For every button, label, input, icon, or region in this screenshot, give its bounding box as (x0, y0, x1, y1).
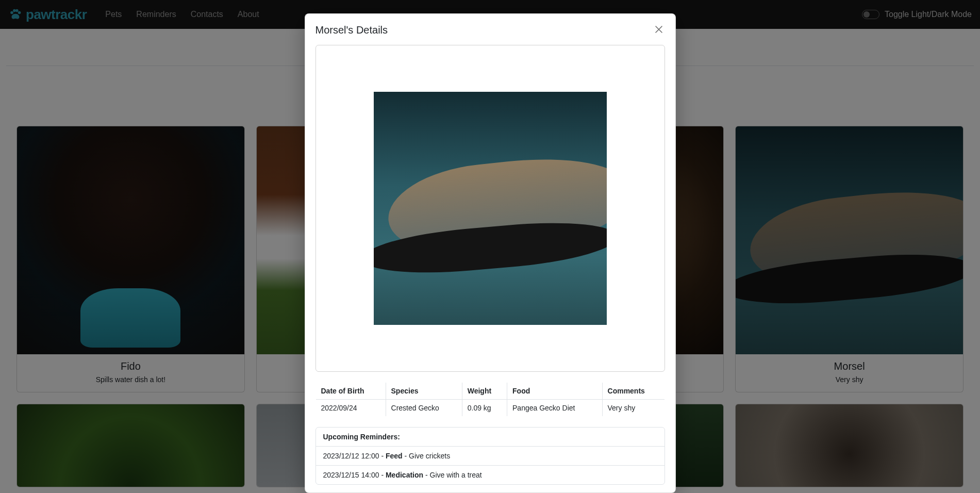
reminder-datetime: 2023/12/15 14:00 (323, 471, 379, 479)
pet-details-modal: Morsel's Details Date of Birth Species W… (305, 13, 676, 493)
pet-detail-image (374, 92, 607, 325)
td-comments: Very shy (602, 400, 665, 417)
close-icon (655, 23, 663, 36)
close-button[interactable] (653, 22, 665, 38)
th-comments: Comments (602, 383, 665, 400)
table-row: 2022/09/24 Crested Gecko 0.09 kg Pangea … (315, 400, 665, 417)
td-species: Crested Gecko (386, 400, 462, 417)
modal-header: Morsel's Details (305, 14, 675, 45)
reminder-datetime: 2023/12/12 12:00 (323, 452, 379, 460)
reminder-note: Give with a treat (430, 471, 482, 479)
separator: - (403, 452, 409, 460)
th-species: Species (386, 383, 462, 400)
th-food: Food (507, 383, 602, 400)
td-dob: 2022/09/24 (315, 400, 386, 417)
reminder-note: Give crickets (409, 452, 450, 460)
reminder-row: 2023/12/12 12:00 - Feed - Give crickets (316, 447, 665, 466)
separator: - (379, 452, 386, 460)
th-weight: Weight (462, 383, 507, 400)
table-header-row: Date of Birth Species Weight Food Commen… (315, 383, 665, 400)
detail-image-card (315, 45, 665, 372)
td-weight: 0.09 kg (462, 400, 507, 417)
reminder-type: Medication (386, 471, 423, 479)
reminder-type: Feed (386, 452, 403, 460)
td-food: Pangea Gecko Diet (507, 400, 602, 417)
modal-body: Date of Birth Species Weight Food Commen… (305, 45, 675, 493)
reminders-title: Upcoming Reminders: (316, 428, 665, 447)
upcoming-reminders: Upcoming Reminders: 2023/12/12 12:00 - F… (315, 427, 665, 485)
reminder-row: 2023/12/15 14:00 - Medication - Give wit… (316, 466, 665, 484)
separator: - (379, 471, 386, 479)
modal-title: Morsel's Details (315, 24, 388, 36)
separator: - (423, 471, 429, 479)
th-dob: Date of Birth (315, 383, 386, 400)
pet-details-table: Date of Birth Species Weight Food Commen… (315, 382, 665, 417)
